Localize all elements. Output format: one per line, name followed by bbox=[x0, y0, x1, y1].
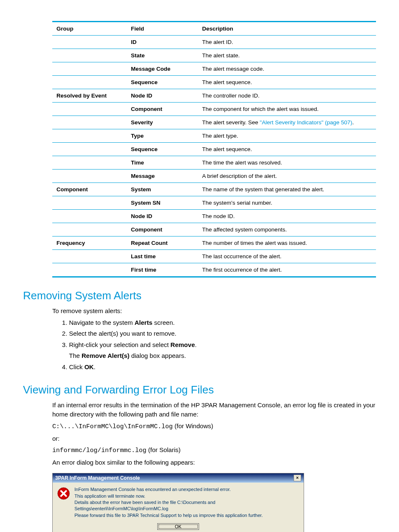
removing-intro: To remove system alerts: bbox=[52, 306, 376, 316]
table-row: Node IDThe node ID. bbox=[52, 210, 376, 223]
table-row: SequenceThe alert sequence. bbox=[52, 143, 376, 156]
cell-field: System bbox=[127, 183, 198, 196]
table-row: IDThe alert ID. bbox=[52, 36, 376, 49]
table-row: ComponentThe affected system components. bbox=[52, 223, 376, 236]
path-windows: C:\...\InFormMC\log\InFormMC.log (for Wi… bbox=[52, 421, 376, 432]
cell-description: The time the alert was resolved. bbox=[198, 156, 376, 170]
cell-description: The system's serial number. bbox=[198, 196, 376, 210]
th-desc: Description bbox=[198, 22, 376, 36]
viewing-p1: If an internal error results in the term… bbox=[52, 401, 376, 419]
link-alert-severity-indicators[interactable]: "Alert Severity Indicators" (page 507) bbox=[260, 119, 352, 126]
cell-group: Resolved by Event bbox=[52, 89, 127, 103]
table-row: SeverityThe alert severity. See "Alert S… bbox=[52, 116, 376, 129]
cell-field: ID bbox=[127, 36, 198, 49]
table-row: Message CodeThe alert message code. bbox=[52, 62, 376, 76]
cell-description: The alert severity. See "Alert Severity … bbox=[198, 116, 376, 129]
cell-description: The alert ID. bbox=[198, 36, 376, 49]
cell-description: The affected system components. bbox=[198, 223, 376, 236]
close-button[interactable]: × bbox=[294, 475, 301, 481]
table-row: StateThe alert state. bbox=[52, 49, 376, 62]
cell-field: First time bbox=[127, 263, 198, 277]
cell-description: The controller node ID. bbox=[198, 89, 376, 103]
dialog-title: 3PAR InForm Management Console bbox=[55, 475, 140, 481]
table-row: Resolved by EventNode IDThe controller n… bbox=[52, 89, 376, 103]
cell-description: The alert sequence. bbox=[198, 76, 376, 89]
fields-table: Group Field Description IDThe alert ID.S… bbox=[52, 21, 376, 278]
step-4: Click OK. bbox=[69, 362, 376, 372]
step-1: Navigate to the system Alerts screen. bbox=[69, 318, 376, 328]
cell-field: Severity bbox=[127, 116, 198, 129]
viewing-p2: An error dialog box similar to the follo… bbox=[52, 458, 376, 467]
step-2: Select the alert(s) you want to remove. bbox=[69, 329, 376, 339]
cell-group bbox=[52, 36, 127, 49]
cell-description: The node ID. bbox=[198, 210, 376, 223]
cell-group bbox=[52, 76, 127, 89]
cell-description: The alert state. bbox=[198, 49, 376, 62]
cell-field: Node ID bbox=[127, 210, 198, 223]
th-field: Field bbox=[127, 22, 198, 36]
step-3: Right-click your selection and select Re… bbox=[69, 340, 376, 361]
cell-field: System SN bbox=[127, 196, 198, 210]
table-row: ComponentThe component for which the ale… bbox=[52, 103, 376, 116]
cell-group bbox=[52, 170, 127, 183]
cell-field: Node ID bbox=[127, 89, 198, 103]
cell-group bbox=[52, 156, 127, 170]
th-group: Group bbox=[52, 22, 127, 36]
heading-removing-system-alerts: Removing System Alerts bbox=[23, 289, 376, 302]
table-row: System SNThe system's serial number. bbox=[52, 196, 376, 210]
cell-group bbox=[52, 129, 127, 143]
cell-group bbox=[52, 103, 127, 116]
cell-field: State bbox=[127, 49, 198, 62]
table-row: Last timeThe last occurrence of the aler… bbox=[52, 250, 376, 263]
cell-field: Last time bbox=[127, 250, 198, 263]
table-row: TypeThe alert type. bbox=[52, 129, 376, 143]
cell-description: A brief description of the alert. bbox=[198, 170, 376, 183]
cell-group bbox=[52, 49, 127, 62]
cell-description: The alert message code. bbox=[198, 62, 376, 76]
cell-field: Sequence bbox=[127, 143, 198, 156]
cell-group bbox=[52, 116, 127, 129]
cell-description: The name of the system that generated th… bbox=[198, 183, 376, 196]
cell-description: The last occurrence of the alert. bbox=[198, 250, 376, 263]
error-dialog: 3PAR InForm Management Console × InForm … bbox=[52, 473, 304, 532]
cell-field: Repeat Count bbox=[127, 236, 198, 250]
cell-field: Component bbox=[127, 103, 198, 116]
dialog-message: InForm Management Console has encountere… bbox=[74, 486, 299, 519]
table-row: SequenceThe alert sequence. bbox=[52, 76, 376, 89]
error-icon bbox=[57, 487, 70, 519]
path-solaris: informmc/log/informmc.log (for Solaris) bbox=[52, 445, 376, 455]
table-row: TimeThe time the alert was resolved. bbox=[52, 156, 376, 170]
table-row: First timeThe first occurrence of the al… bbox=[52, 263, 376, 277]
cell-description: The component for which the alert was is… bbox=[198, 103, 376, 116]
cell-group bbox=[52, 62, 127, 76]
cell-description: The alert sequence. bbox=[198, 143, 376, 156]
cell-field: Sequence bbox=[127, 76, 198, 89]
table-row: FrequencyRepeat CountThe number of times… bbox=[52, 236, 376, 250]
cell-group: Component bbox=[52, 183, 127, 196]
cell-description: The alert type. bbox=[198, 129, 376, 143]
heading-viewing-error-logs: Viewing and Forwarding Error Log Files bbox=[23, 383, 376, 396]
table-row: MessageA brief description of the alert. bbox=[52, 170, 376, 183]
cell-field: Message Code bbox=[127, 62, 198, 76]
table-row: ComponentSystemThe name of the system th… bbox=[52, 183, 376, 196]
cell-group bbox=[52, 250, 127, 263]
cell-field: Message bbox=[127, 170, 198, 183]
cell-field: Type bbox=[127, 129, 198, 143]
cell-description: The first occurrence of the alert. bbox=[198, 263, 376, 277]
cell-group bbox=[52, 223, 127, 236]
or-text: or: bbox=[52, 434, 376, 443]
ok-button[interactable]: OK bbox=[157, 523, 199, 530]
cell-description: The number of times the alert was issued… bbox=[198, 236, 376, 250]
cell-group bbox=[52, 196, 127, 210]
cell-group bbox=[52, 263, 127, 277]
cell-group: Frequency bbox=[52, 236, 127, 250]
removing-steps: Navigate to the system Alerts screen. Se… bbox=[65, 318, 376, 372]
cell-field: Component bbox=[127, 223, 198, 236]
dialog-titlebar: 3PAR InForm Management Console × bbox=[53, 473, 304, 483]
cell-group bbox=[52, 143, 127, 156]
cell-field: Time bbox=[127, 156, 198, 170]
cell-group bbox=[52, 210, 127, 223]
